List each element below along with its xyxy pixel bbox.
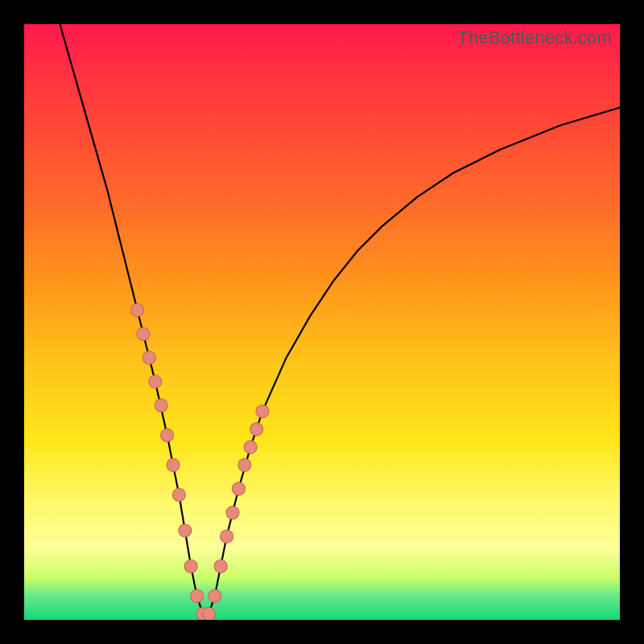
- chart-svg: [24, 24, 620, 620]
- marker-dot: [167, 459, 180, 472]
- marker-dot: [256, 405, 269, 418]
- marker-dot: [184, 559, 197, 572]
- marker-dot: [214, 559, 227, 572]
- plot-area: TheBottleneck.com: [24, 24, 620, 620]
- bottleneck-curve: [60, 24, 620, 614]
- marker-dot: [226, 506, 239, 519]
- marker-dot: [155, 399, 167, 412]
- marker-dots: [131, 303, 269, 620]
- marker-dot: [137, 328, 150, 341]
- marker-dot: [172, 489, 185, 502]
- chart-frame: TheBottleneck.com: [0, 0, 644, 644]
- marker-dot: [221, 530, 233, 543]
- marker-dot: [208, 589, 221, 602]
- marker-dot: [244, 440, 257, 453]
- marker-dot: [142, 351, 155, 364]
- marker-dot: [202, 608, 215, 620]
- marker-dot: [161, 429, 174, 442]
- marker-dot: [238, 459, 251, 472]
- marker-dot: [250, 423, 263, 436]
- marker-dot: [149, 375, 162, 388]
- marker-dot: [191, 589, 204, 602]
- marker-dot: [179, 524, 192, 537]
- marker-dot: [232, 482, 245, 495]
- marker-dot: [131, 303, 144, 316]
